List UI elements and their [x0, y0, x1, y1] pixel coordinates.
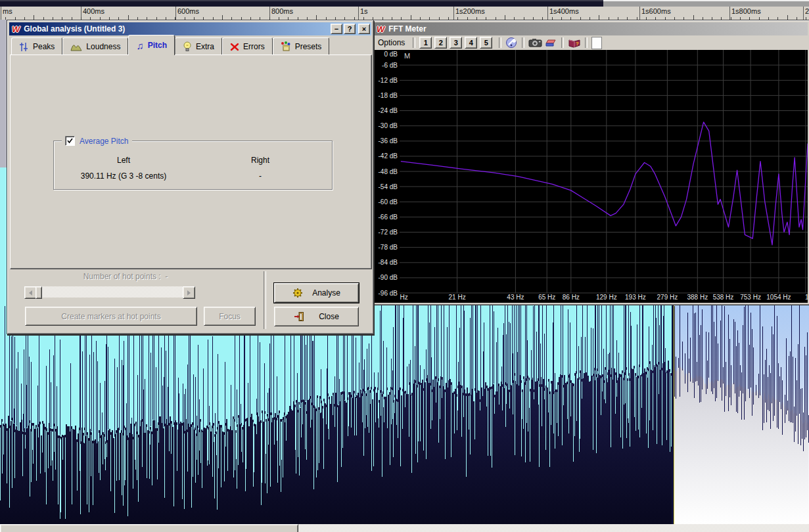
time-ruler[interactable]: ms400ms600ms800ms1s1s200ms1s400ms1s600ms…: [0, 7, 809, 20]
fft-x-tick-label: 1: [805, 294, 808, 301]
ruler-gridline: [547, 7, 548, 20]
fft-y-tick-label: 0 dB: [384, 51, 398, 58]
ruler-label: 600ms: [177, 7, 199, 15]
exit-door-icon: [294, 311, 304, 322]
presets-icon: [281, 41, 291, 52]
hot-points-scrollbar[interactable]: [24, 286, 195, 298]
svg-text:?: ?: [576, 40, 579, 46]
fft-y-tick-label: -30 dB: [379, 122, 398, 129]
fft-window-title: FFT Meter: [388, 24, 426, 33]
dialog-titlebar[interactable]: W Global analysis (Untitled 3) − ? ×: [9, 22, 371, 35]
fft-y-tick-label: -84 dB: [379, 259, 398, 266]
tab-peaks[interactable]: Peaks: [11, 37, 62, 55]
ruler-label: 800ms: [271, 7, 293, 15]
ruler-label: 1s200ms: [455, 7, 485, 15]
options-menu[interactable]: Options: [378, 38, 405, 47]
errorx-icon: [230, 43, 239, 51]
fft-plot-area[interactable]: M 0 Hz21 Hz43 Hz65 Hz86 Hz129 Hz193 Hz27…: [400, 50, 808, 303]
ruler-gridline: [1, 7, 1, 20]
ruler-mid-tick: [693, 15, 694, 20]
dialog-title: Global analysis (Untitled 3): [24, 24, 125, 33]
tab-extra[interactable]: Extra: [175, 37, 222, 55]
fft-x-tick-label: 1054 Hz: [766, 294, 791, 301]
right-column-header: Right: [251, 156, 269, 165]
create-markers-button[interactable]: Create markers at hot points: [25, 307, 197, 326]
settings-wrench-icon[interactable]: [505, 37, 518, 49]
ruler-gridline: [639, 7, 640, 20]
wavelab-logo-icon: W: [377, 25, 384, 33]
minimize-button[interactable]: −: [331, 24, 342, 34]
tab-label: Errors: [243, 42, 265, 51]
fft-x-tick-label: 388 Hz: [687, 294, 708, 301]
preset-buttons: 12345: [419, 37, 495, 49]
ruler-mid-tick: [787, 15, 788, 20]
close-button[interactable]: Close: [274, 307, 359, 326]
wave-hscrollbar[interactable]: [0, 524, 809, 532]
fft-y-tick-label: -36 dB: [379, 137, 398, 144]
ruler-mid-tick: [316, 15, 317, 20]
fft-y-tick-label: -18 dB: [379, 92, 398, 99]
wave-hscrollbar-thumb[interactable]: [0, 524, 298, 532]
ruler-mid-tick: [411, 15, 411, 20]
fft-y-tick-label: -48 dB: [379, 168, 398, 175]
fft-x-tick-label: 279 Hz: [657, 294, 678, 301]
tab-loudness[interactable]: Loudness: [62, 37, 128, 55]
tab-presets[interactable]: Presets: [273, 37, 330, 55]
toolbar-separator: [413, 37, 415, 48]
toolbar-separator: [561, 37, 564, 48]
analysis-tabs: Peaks Loudness♫Pitch Extra Errors Preset…: [11, 35, 329, 55]
average-pitch-groupbox: Average Pitch Left Right 390.11 Hz (G 3 …: [53, 141, 333, 190]
help-book-icon[interactable]: ?: [568, 38, 581, 48]
toolbar-separator: [585, 37, 588, 48]
fft-x-tick-label: 753 Hz: [740, 294, 761, 301]
ruler-label: 400ms: [83, 7, 104, 15]
average-pitch-checkbox[interactable]: [65, 136, 75, 146]
ruler-label: 1s600ms: [641, 7, 671, 15]
analyse-button[interactable]: Analyse: [274, 283, 359, 303]
fft-y-tick-label: -6 dB: [382, 62, 398, 69]
ruler-mid-tick: [222, 15, 223, 20]
display-mode-box[interactable]: [591, 37, 602, 49]
peaks-icon: [19, 42, 29, 52]
fft-preset-button-1[interactable]: 1: [419, 37, 432, 49]
fft-preset-button-5[interactable]: 5: [480, 37, 492, 49]
fft-x-tick-label: 193 Hz: [625, 294, 646, 301]
pitch-tab-page: Average Pitch Left Right 390.11 Hz (G 3 …: [10, 55, 372, 269]
loudness-icon: [70, 42, 82, 51]
ruler-label: ms: [3, 7, 12, 15]
fft-preset-button-4[interactable]: 4: [465, 37, 477, 49]
fft-preset-button-2[interactable]: 2: [434, 37, 447, 49]
fft-y-axis: 0 dB-6 dB-12 dB-18 dB-24 dB-30 dB-36 dB-…: [374, 50, 400, 303]
button-separator: [264, 271, 266, 329]
scrollbar-thumb[interactable]: [35, 286, 42, 299]
fft-preset-button-3[interactable]: 3: [450, 37, 462, 49]
eraser-icon[interactable]: [545, 39, 557, 47]
ruler-gridline: [358, 7, 359, 20]
tab-label: Peaks: [33, 42, 55, 51]
focus-button[interactable]: Focus: [204, 307, 256, 326]
wavelab-screen: ms400ms600ms800ms1s1s200ms1s400ms1s600ms…: [0, 0, 809, 532]
ruler-gridline: [803, 7, 804, 20]
ruler-mid-tick: [599, 15, 599, 20]
fft-x-tick-label: 538 Hz: [713, 294, 734, 301]
snapshot-camera-icon[interactable]: [528, 38, 542, 47]
tab-errors[interactable]: Errors: [222, 37, 273, 55]
fft-x-tick-label: 0 Hz: [400, 294, 408, 301]
ruler-mid-tick: [128, 15, 129, 20]
bulb-icon: [183, 41, 192, 52]
tab-label: Presets: [295, 42, 322, 51]
fft-y-tick-label: -78 dB: [379, 244, 398, 251]
tab-pitch[interactable]: ♫Pitch: [128, 35, 175, 55]
analyse-gear-icon: [292, 288, 303, 298]
average-pitch-label: Average Pitch: [80, 137, 129, 146]
tab-label: Pitch: [148, 41, 167, 50]
toolbar-separator: [522, 37, 524, 48]
fft-toolbar: Options 12345: [374, 35, 808, 50]
fft-y-tick-label: -54 dB: [379, 183, 398, 190]
fft-titlebar[interactable]: W FFT Meter: [374, 22, 808, 35]
fft-meter-window: W FFT Meter Options 12345: [371, 20, 809, 305]
close-window-button[interactable]: ×: [358, 24, 370, 34]
fft-x-tick-label: 129 Hz: [596, 294, 617, 301]
help-button[interactable]: ?: [344, 24, 356, 34]
scroll-right-arrow[interactable]: [183, 286, 195, 299]
